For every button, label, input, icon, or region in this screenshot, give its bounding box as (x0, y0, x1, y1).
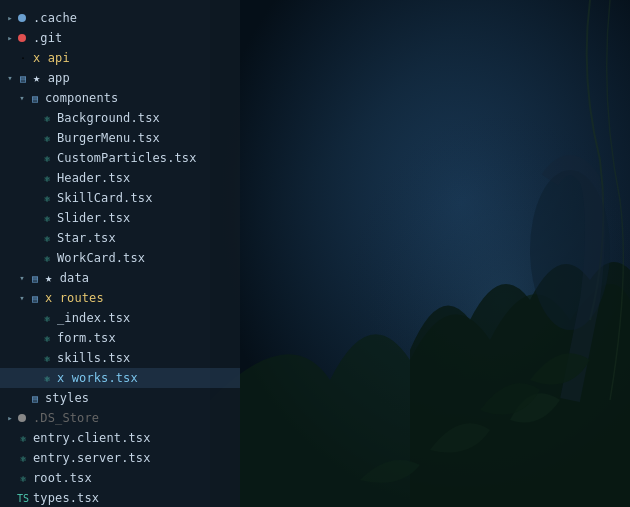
folder-icon: ▤ (28, 291, 42, 305)
tree-item[interactable]: .cache (0, 8, 240, 28)
tree-label: CustomParticles.tsx (57, 151, 197, 165)
react-icon: ⚛ (40, 331, 54, 345)
folder-icon: ▤ (28, 391, 42, 405)
tree-arrow (4, 412, 16, 424)
tree-label: x works.tsx (57, 371, 138, 385)
react-icon: ⚛ (40, 231, 54, 245)
background-illustration (210, 0, 630, 507)
tree-item[interactable]: ▤components (0, 88, 240, 108)
react-icon: ⚛ (40, 351, 54, 365)
tree-label: form.tsx (57, 331, 116, 345)
dot-icon (16, 411, 30, 425)
tree-item[interactable]: ⚛form.tsx (0, 328, 240, 348)
tree-arrow (4, 12, 16, 24)
tree-label: root.tsx (33, 471, 92, 485)
react-icon: ⚛ (40, 131, 54, 145)
tree-label: entry.client.tsx (33, 431, 151, 445)
tree-label: .git (33, 31, 62, 45)
tree-arrow (4, 32, 16, 44)
dot-icon (16, 11, 30, 25)
tree-label: SkillCard.tsx (57, 191, 152, 205)
tree-item[interactable]: ⚛entry.client.tsx (0, 428, 240, 448)
react-icon: ⚛ (40, 211, 54, 225)
tree-label: WorkCard.tsx (57, 251, 145, 265)
ts-icon: TS (16, 491, 30, 505)
react-icon: ⚛ (40, 191, 54, 205)
file-icon: · (16, 51, 30, 65)
tree-item[interactable]: ▤x routes (0, 288, 240, 308)
tree-item[interactable]: ⚛Star.tsx (0, 228, 240, 248)
tree-arrow (16, 292, 28, 304)
tree-label: skills.tsx (57, 351, 130, 365)
tree-item[interactable]: ⚛Header.tsx (0, 168, 240, 188)
tree-label: .cache (33, 11, 77, 25)
tree-item[interactable]: ·x api (0, 48, 240, 68)
tree-arrow (4, 72, 16, 84)
tree-label: types.tsx (33, 491, 99, 505)
tree-label: ★ data (45, 271, 89, 285)
tree-item[interactable]: ⚛WorkCard.tsx (0, 248, 240, 268)
react-icon: ⚛ (16, 471, 30, 485)
tree-label: x api (33, 51, 70, 65)
tree-arrow (16, 92, 28, 104)
tree-item[interactable]: ⚛entry.server.tsx (0, 448, 240, 468)
tree-item[interactable]: ⚛Background.tsx (0, 108, 240, 128)
folder-icon: ▤ (28, 271, 42, 285)
tree-label: BurgerMenu.tsx (57, 131, 160, 145)
tree-item[interactable]: .git (0, 28, 240, 48)
react-icon: ⚛ (40, 111, 54, 125)
tree-item[interactable]: TStypes.tsx (0, 488, 240, 507)
tree-item[interactable]: ⚛BurgerMenu.tsx (0, 128, 240, 148)
tree-item[interactable]: ⚛SkillCard.tsx (0, 188, 240, 208)
tree-label: components (45, 91, 118, 105)
tree-item[interactable]: ⚛CustomParticles.tsx (0, 148, 240, 168)
react-icon: ⚛ (40, 311, 54, 325)
react-icon: ⚛ (40, 371, 54, 385)
tree-item[interactable]: ▤styles (0, 388, 240, 408)
tree-item[interactable]: ⚛Slider.tsx (0, 208, 240, 228)
tree-item[interactable]: ⚛skills.tsx (0, 348, 240, 368)
file-tree-sidebar: .cache.git·x api▤★ app▤components⚛Backgr… (0, 0, 240, 507)
tree-item[interactable]: ⚛x works.tsx (0, 368, 240, 388)
tree-label: Header.tsx (57, 171, 130, 185)
react-icon: ⚛ (40, 151, 54, 165)
tree-item[interactable]: ⚛_index.tsx (0, 308, 240, 328)
folder-icon: ▤ (16, 71, 30, 85)
tree-label: entry.server.tsx (33, 451, 151, 465)
tree-label: _index.tsx (57, 311, 130, 325)
tree-arrow (16, 272, 28, 284)
react-icon: ⚛ (16, 431, 30, 445)
folder-icon: ▤ (28, 91, 42, 105)
tree-label: .DS_Store (33, 411, 99, 425)
tree-item[interactable]: .DS_Store (0, 408, 240, 428)
tree-label: styles (45, 391, 89, 405)
tree-item[interactable]: ⚛root.tsx (0, 468, 240, 488)
react-icon: ⚛ (16, 451, 30, 465)
dot-icon (16, 31, 30, 45)
tree-label: Background.tsx (57, 111, 160, 125)
tree-item[interactable]: ▤★ data (0, 268, 240, 288)
tree-label: Slider.tsx (57, 211, 130, 225)
react-icon: ⚛ (40, 251, 54, 265)
tree-label: ★ app (33, 71, 70, 85)
tree-label: x routes (45, 291, 104, 305)
react-icon: ⚛ (40, 171, 54, 185)
tree-label: Star.tsx (57, 231, 116, 245)
tree-item[interactable]: ▤★ app (0, 68, 240, 88)
